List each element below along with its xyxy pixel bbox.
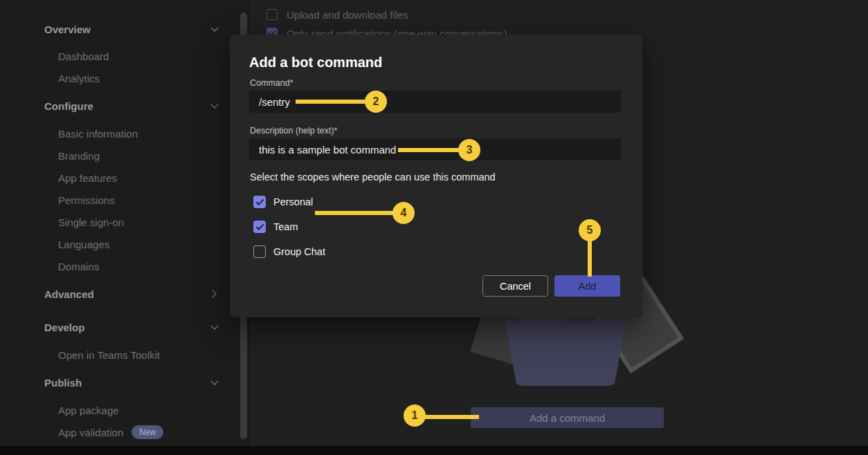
annotation-badge-5: 5 — [579, 219, 601, 241]
description-field-label: Description (help text)* — [250, 126, 337, 136]
bottom-strip — [0, 446, 868, 455]
add-bot-command-dialog: Add a bot command Command* Description (… — [230, 35, 642, 317]
sidebar: Overview Dashboard Analytics Configure B… — [0, 0, 249, 446]
checkbox-row-upload-download[interactable]: Upload and download files — [266, 8, 408, 21]
chevron-right-icon — [208, 290, 216, 297]
new-badge: New — [132, 425, 163, 439]
sidebar-item-label: Analytics — [58, 73, 100, 84]
sidebar-item-app-package[interactable]: App package — [58, 403, 221, 417]
cancel-button[interactable]: Cancel — [482, 275, 548, 297]
sidebar-item-label: App features — [58, 172, 117, 184]
app-window: Overview Dashboard Analytics Configure B… — [0, 0, 868, 455]
sidebar-item-label: Publish — [44, 377, 82, 389]
add-a-command-button[interactable]: Add a command — [471, 407, 664, 428]
sidebar-item-open-in-teams-toolkit[interactable]: Open in Teams Toolkit — [58, 348, 221, 362]
sidebar-item-publish[interactable]: Publish — [44, 375, 221, 389]
sidebar-item-label: App package — [58, 405, 119, 416]
annotation-line-3 — [398, 148, 460, 152]
chevron-down-icon — [210, 322, 218, 329]
sidebar-item-branding[interactable]: Branding — [58, 149, 221, 162]
sidebar-item-label: Configure — [44, 100, 93, 112]
sidebar-item-label: Branding — [58, 150, 100, 162]
chevron-down-icon — [210, 377, 218, 384]
sidebar-item-configure[interactable]: Configure — [44, 99, 221, 113]
annotation-badge-4: 4 — [392, 202, 415, 224]
sidebar-item-analytics[interactable]: Analytics — [58, 71, 221, 85]
sidebar-item-dashboard[interactable]: Dashboard — [58, 49, 221, 63]
annotation-line-4 — [315, 211, 395, 215]
sidebar-item-label: Open in Teams Toolkit — [58, 349, 160, 361]
sidebar-item-label: Basic information — [58, 128, 138, 140]
sidebar-item-label: Dashboard — [58, 50, 109, 62]
checkbox-icon — [266, 9, 278, 20]
sidebar-item-overview[interactable]: Overview — [44, 22, 221, 36]
checkbox-checked-icon — [253, 196, 266, 208]
sidebar-item-languages[interactable]: Languages — [58, 237, 221, 251]
scopes-section-label: Select the scopes where people can use t… — [250, 171, 496, 183]
sidebar-item-label: Advanced — [44, 288, 94, 300]
sidebar-item-label: Languages — [58, 239, 109, 250]
sidebar-item-label: Single sign-on — [58, 216, 124, 228]
sidebar-item-label: App validation — [58, 427, 123, 438]
sidebar-item-advanced[interactable]: Advanced — [44, 287, 221, 301]
annotation-badge-2: 2 — [365, 91, 387, 113]
add-a-command-button-label: Add a command — [530, 412, 605, 424]
annotation-line-2 — [296, 100, 367, 104]
chevron-down-icon — [210, 100, 218, 108]
add-button[interactable]: Add — [554, 275, 620, 297]
chevron-down-icon — [210, 24, 218, 31]
sidebar-item-single-sign-on[interactable]: Single sign-on — [58, 215, 221, 229]
sidebar-item-domains[interactable]: Domains — [58, 259, 221, 273]
annotation-line-5 — [588, 240, 592, 277]
annotation-line-1 — [424, 415, 479, 419]
annotation-badge-1: 1 — [404, 405, 426, 427]
sidebar-item-develop[interactable]: Develop — [44, 320, 221, 334]
scope-label: Group Chat — [273, 246, 325, 257]
sidebar-item-label: Domains — [58, 261, 99, 272]
checkbox-unchecked-icon — [253, 245, 266, 258]
sidebar-item-label: Develop — [44, 322, 84, 333]
scope-checkbox-group-chat[interactable]: Group Chat — [253, 245, 325, 258]
checkbox-checked-icon — [253, 221, 266, 233]
annotation-badge-3: 3 — [458, 139, 480, 161]
checkbox-label: Upload and download files — [287, 9, 408, 21]
command-field-label: Command* — [250, 78, 293, 88]
sidebar-item-label: Overview — [44, 24, 91, 35]
scope-checkbox-team[interactable]: Team — [253, 221, 298, 233]
sidebar-item-app-validation[interactable]: App validation New — [58, 425, 221, 439]
sidebar-item-label: Permissions — [58, 194, 115, 206]
sidebar-item-basic-information[interactable]: Basic information — [58, 127, 221, 140]
scope-label: Personal — [273, 196, 313, 207]
sidebar-item-permissions[interactable]: Permissions — [58, 193, 221, 207]
illustration-open-box-icon — [503, 321, 629, 386]
scope-checkbox-personal[interactable]: Personal — [253, 196, 313, 208]
dialog-title: Add a bot command — [249, 55, 382, 71]
sidebar-item-app-features[interactable]: App features — [58, 171, 221, 185]
scope-label: Team — [273, 221, 298, 232]
